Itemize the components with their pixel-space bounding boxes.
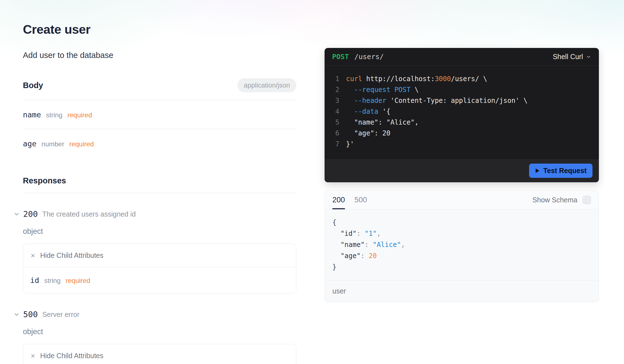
http-method-badge: POST <box>332 53 349 61</box>
line-number: 6 <box>332 128 339 139</box>
tab-200[interactable]: 200 <box>332 191 345 209</box>
response-example-panel: 200 500 Show Schema { "id": "1", "name":… <box>325 190 599 302</box>
code-line: 4 --data '{ <box>332 106 591 117</box>
attributes-box: Hide Child Attributesstatusnumberrequire… <box>23 344 296 364</box>
responses-section-heading: Responses <box>23 176 66 185</box>
code-line: 3 --header 'Content-Type: application/js… <box>332 95 591 106</box>
json-line: } <box>332 261 591 273</box>
divider <box>23 193 296 193</box>
json-line: "age": 20 <box>332 250 591 261</box>
json-line: "id": "1", <box>332 228 591 239</box>
response-example-footer: user <box>325 280 599 302</box>
schema-type-label: object <box>23 227 296 236</box>
field-name: id <box>30 276 39 285</box>
chevron-down-icon <box>13 311 20 318</box>
schema-field-row: idstringrequired <box>23 267 296 293</box>
body-field-row: agenumberrequired <box>23 129 296 158</box>
request-example-footer: Test Request <box>325 159 599 182</box>
body-section: Body application/json namestringrequired… <box>23 78 296 158</box>
test-request-label: Test Request <box>543 167 587 175</box>
play-icon <box>535 168 540 173</box>
chevron-down-icon <box>13 211 20 217</box>
request-example-panel: POST /users/ Shell Curl 1curl http://loc… <box>325 48 599 182</box>
response-tabs: 200 500 <box>332 191 367 209</box>
field-name: name <box>23 110 41 119</box>
code-line: 2 --request POST \ <box>332 84 591 95</box>
code-line: 6 "age": 20 <box>332 128 591 139</box>
field-type: string <box>44 277 61 285</box>
endpoint-path: /users/ <box>354 53 384 61</box>
response-groups: 200The created users assigned idobjectHi… <box>23 204 296 364</box>
response-description: Server error <box>42 310 79 319</box>
response-row-500[interactable]: 500Server error <box>23 305 296 319</box>
language-selector-label: Shell Curl <box>553 53 583 61</box>
response-group-500: 500Server errorobjectHide Child Attribut… <box>23 305 296 364</box>
curl-code-block: 1curl http://localhost:3000/users/ \2 --… <box>325 66 599 159</box>
chevron-down-icon <box>586 54 591 60</box>
body-field-row: namestringrequired <box>23 100 296 129</box>
test-request-button[interactable]: Test Request <box>529 164 592 178</box>
response-description: The created users assigned id <box>42 210 136 218</box>
response-row-200[interactable]: 200The created users assigned id <box>23 204 296 219</box>
try-it-column: POST /users/ Shell Curl 1curl http://loc… <box>325 48 599 302</box>
line-number: 1 <box>332 74 339 84</box>
hide-child-attributes-button[interactable]: Hide Child Attributes <box>23 244 296 267</box>
field-required-flag: required <box>69 140 94 148</box>
response-json-block: { "id": "1", "name": "Alice", "age": 20} <box>325 209 599 280</box>
response-example-header: 200 500 Show Schema <box>325 191 599 209</box>
field-name: age <box>23 139 37 148</box>
endpoint-docs-column: Create user Add user to the database Bod… <box>23 22 296 364</box>
close-icon <box>30 353 36 359</box>
json-line: "name": "Alice", <box>332 239 591 250</box>
hide-child-attributes-button[interactable]: Hide Child Attributes <box>23 344 296 364</box>
response-code: 500 <box>23 310 38 319</box>
line-number: 7 <box>332 139 339 150</box>
response-code: 200 <box>23 209 38 219</box>
response-group-200: 200The created users assigned idobjectHi… <box>23 204 296 293</box>
close-icon <box>30 253 36 258</box>
line-number: 5 <box>332 117 339 128</box>
field-type: number <box>42 140 64 148</box>
code-line: 7}' <box>332 139 591 150</box>
line-number: 4 <box>332 106 339 117</box>
responses-section: Responses 200The created users assigned … <box>23 176 296 364</box>
show-schema-toggle[interactable] <box>582 196 591 204</box>
hide-child-attributes-label: Hide Child Attributes <box>40 352 104 360</box>
page-title: Create user <box>23 22 296 37</box>
field-required-flag: required <box>66 277 90 285</box>
show-schema-label: Show Schema <box>532 196 577 204</box>
attributes-box: Hide Child Attributesidstringrequired <box>23 244 296 293</box>
field-type: string <box>46 111 63 119</box>
tab-500[interactable]: 500 <box>354 191 367 209</box>
line-number: 2 <box>332 84 339 95</box>
body-section-heading: Body <box>23 81 43 90</box>
field-required-flag: required <box>68 111 92 119</box>
page-description: Add user to the database <box>23 51 296 60</box>
code-line: 5 "name": "Alice", <box>332 117 591 128</box>
request-example-header: POST /users/ Shell Curl <box>325 48 599 66</box>
json-line: { <box>332 217 591 228</box>
content-type-badge: application/json <box>237 78 296 92</box>
schema-type-label: object <box>23 327 296 336</box>
language-selector[interactable]: Shell Curl <box>553 53 591 61</box>
code-line: 1curl http://localhost:3000/users/ \ <box>332 74 591 84</box>
body-fields-list: namestringrequiredagenumberrequired <box>23 100 296 158</box>
hide-child-attributes-label: Hide Child Attributes <box>40 251 104 259</box>
line-number: 3 <box>332 95 339 106</box>
